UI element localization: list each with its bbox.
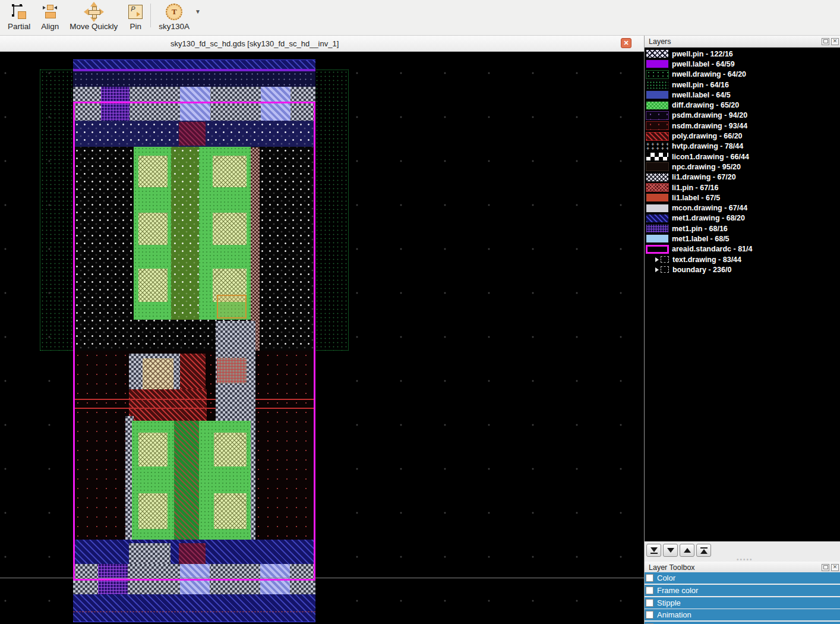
- technology-gear-icon: T: [166, 2, 182, 21]
- layer-row[interactable]: nwell.label - 64/5: [645, 90, 840, 100]
- layer-swatch-licon1-drawing: [646, 152, 669, 161]
- right-panel: Layers ✕ pwell.pin - 122/16 pwell.label …: [644, 36, 840, 624]
- vgnd-met1-rail: [73, 594, 315, 622]
- tab-title[interactable]: sky130_fd_sc_hd.gds [sky130_fd_sc_hd__in…: [170, 39, 339, 48]
- sky130a-label: sky130A: [159, 22, 190, 31]
- float-panel-icon[interactable]: [822, 38, 829, 45]
- move-quickly-button[interactable]: Move Quickly: [64, 0, 123, 32]
- layer-swatch-npc-drawing: [646, 162, 669, 171]
- expander-icon[interactable]: [655, 267, 659, 272]
- layer-row[interactable]: li1.label - 67/5: [645, 193, 840, 203]
- layer-row[interactable]: met1.pin - 68/16: [645, 223, 840, 234]
- layer-row[interactable]: psdm.drawing - 94/20: [645, 111, 840, 121]
- align-button[interactable]: Align: [36, 0, 64, 32]
- pin-label: Pin: [130, 22, 142, 31]
- partial-icon: [11, 2, 27, 21]
- move-layer-up-icon[interactable]: [680, 544, 694, 557]
- tab-close-icon[interactable]: ✕: [621, 38, 631, 48]
- layer-row[interactable]: li1.drawing - 67/20: [645, 172, 840, 182]
- layer-swatch-psdm-drawing: [646, 111, 669, 120]
- partial-label: Partial: [8, 22, 30, 31]
- layer-row[interactable]: nsdm.drawing - 93/44: [645, 121, 840, 131]
- move-quickly-label: Move Quickly: [70, 22, 118, 31]
- layer-swatch-nwell-label: [646, 90, 669, 99]
- layer-row[interactable]: nwell.drawing - 64/20: [645, 70, 840, 80]
- move-layer-to-top-icon[interactable]: [696, 544, 711, 557]
- layer-nav-buttons: [646, 544, 711, 557]
- technology-dropdown-icon[interactable]: ▼: [195, 8, 201, 15]
- layer-row[interactable]: ++++++++++++hvtp.drawing - 78/44: [645, 141, 840, 152]
- layer-swatch-areaid-standardc: [646, 245, 669, 254]
- toolbox-row-style[interactable]: Style: [645, 622, 840, 624]
- move-layer-to-bottom-icon[interactable]: [646, 544, 661, 557]
- areaid-standardc-border: [73, 102, 315, 581]
- layer-swatch-met1-drawing: [646, 214, 669, 223]
- pin-button[interactable]: P Pin: [123, 0, 148, 32]
- klayout-window: Partial Align Move Quickly P Pin T sky13…: [0, 0, 840, 624]
- toolbox-row-animation[interactable]: Animation: [645, 609, 840, 620]
- toolbar: Partial Align Move Quickly P Pin T sky13…: [0, 0, 840, 36]
- color-checkbox[interactable]: [646, 574, 653, 582]
- expander-icon[interactable]: [655, 257, 659, 262]
- layer-swatch-pwell-label: [646, 59, 669, 68]
- animation-checkbox[interactable]: [646, 611, 653, 619]
- toolbox-row-stipple[interactable]: Stipple: [645, 597, 840, 609]
- align-label: Align: [41, 22, 59, 31]
- layer-row[interactable]: nwell.pin - 64/16: [645, 80, 840, 90]
- close-panel-icon[interactable]: ✕: [831, 564, 839, 571]
- close-panel-icon[interactable]: ✕: [831, 38, 839, 45]
- stipple-checkbox[interactable]: [646, 599, 653, 607]
- float-panel-icon[interactable]: [822, 564, 829, 571]
- layer-swatch-li1-pin: [646, 183, 669, 192]
- nwell-drawing-band: [73, 71, 315, 87]
- vpwr-met1-rail: [73, 59, 315, 70]
- layer-swatch-nwell-drawing: [646, 70, 669, 79]
- layer-swatch-li1-label: [646, 193, 669, 202]
- layers-panel-header: Layers ✕: [645, 36, 840, 48]
- toolbox-row-frame-color[interactable]: Frame color: [645, 585, 840, 596]
- layer-swatch-li1-drawing: [646, 173, 669, 182]
- layers-panel-title: Layers: [649, 37, 822, 46]
- toolbox-row-color[interactable]: Color: [645, 572, 840, 584]
- layer-swatch-diff-drawing: [646, 101, 669, 110]
- layer-swatch-met1-pin: [646, 224, 669, 233]
- pin-icon: P: [128, 2, 143, 21]
- vgnd-dashed-line: [73, 612, 315, 612]
- move-quickly-icon: [85, 2, 103, 21]
- layer-toolbox-title: Layer Toolbox: [649, 563, 822, 572]
- move-layer-down-icon[interactable]: [663, 544, 678, 557]
- layer-swatch-pwell-pin: [646, 49, 669, 58]
- layer-row[interactable]: npc.drawing - 95/20: [645, 162, 840, 172]
- layer-swatch-poly-drawing: [646, 132, 669, 141]
- layer-row[interactable]: li1.pin - 67/16: [645, 182, 840, 193]
- layer-swatch-text-drawing: [661, 256, 669, 263]
- layer-row[interactable]: poly.drawing - 66/20: [645, 131, 840, 141]
- layer-row[interactable]: met1.drawing - 68/20: [645, 213, 840, 223]
- layer-row[interactable]: mcon.drawing - 67/44: [645, 203, 840, 213]
- layout-canvas[interactable]: [0, 52, 644, 624]
- layer-row-expandable[interactable]: boundary - 236/0: [645, 264, 840, 275]
- align-icon: [42, 2, 58, 21]
- layer-row[interactable]: diff.drawing - 65/20: [645, 100, 840, 110]
- layer-row[interactable]: licon1.drawing - 66/44: [645, 152, 840, 162]
- tab-bar: sky130_fd_sc_hd.gds [sky130_fd_sc_hd__in…: [0, 36, 644, 52]
- layer-row[interactable]: pwell.label - 64/59: [645, 59, 840, 69]
- layer-row[interactable]: pwell.pin - 122/16: [645, 49, 840, 59]
- layer-list: pwell.pin - 122/16 pwell.label - 64/59 n…: [645, 48, 840, 541]
- layer-toolbox-header: Layer Toolbox ✕: [645, 562, 840, 573]
- layer-row[interactable]: met1.label - 68/5: [645, 234, 840, 244]
- partial-button[interactable]: Partial: [2, 0, 36, 32]
- layer-row-expandable[interactable]: text.drawing - 83/44: [645, 254, 840, 264]
- layer-swatch-mcon-drawing: [646, 204, 669, 213]
- layer-swatch-nwell-pin: [646, 80, 669, 89]
- layer-row[interactable]: areaid.standardc - 81/4: [645, 244, 840, 254]
- toolbar-separator: [150, 4, 151, 27]
- layer-swatch-hvtp-drawing: ++++++++++++: [646, 142, 669, 151]
- layer-swatch-boundary: [661, 266, 669, 273]
- layer-swatch-met1-label: [646, 234, 669, 243]
- frame-color-checkbox[interactable]: [646, 587, 653, 594]
- layer-swatch-nsdm-drawing: [646, 121, 669, 130]
- sky130a-button[interactable]: T sky130A: [153, 0, 195, 32]
